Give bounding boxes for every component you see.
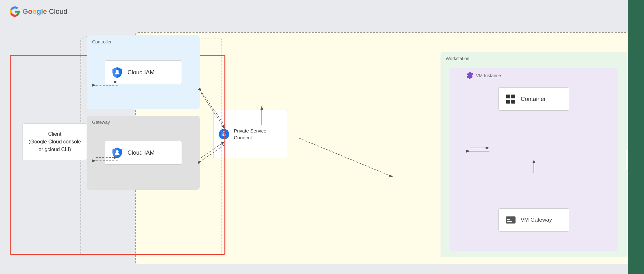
gateway-cloud-iam-label: Cloud IAM [128, 150, 155, 156]
svg-rect-11 [506, 216, 516, 224]
gateway-cloud-iam-node: Cloud IAM [105, 141, 182, 165]
vm-gateway-icon [505, 215, 516, 225]
vm-instance-box: VM Instance Container [450, 68, 618, 251]
container-label: Container [521, 96, 546, 103]
svg-marker-10 [532, 160, 535, 163]
gateway-iam-icon [111, 147, 123, 159]
gateway-label: Gateway [92, 120, 110, 125]
controller-box: Controller Cloud IAM [87, 35, 200, 109]
controller-cloud-iam-label: Cloud IAM [128, 69, 155, 76]
psc-label: Private Service Connect [234, 127, 282, 141]
controller-label: Controller [92, 39, 112, 44]
green-strip [628, 0, 644, 274]
vm-instance-label: VM Instance [466, 72, 501, 79]
page: Google Cloud VPC network [0, 0, 644, 274]
svg-rect-12 [507, 219, 510, 220]
vm-instance-text: VM Instance [476, 73, 501, 78]
up-arrow-icon [531, 160, 537, 173]
workstation-label: Workstation [446, 56, 469, 61]
svg-rect-6 [511, 95, 515, 98]
vm-gateway-node: VM Gateway [498, 208, 569, 232]
container-icon [505, 94, 516, 105]
logo: Google Cloud [10, 6, 67, 17]
svg-rect-8 [511, 100, 515, 104]
gateway-box: Gateway Cloud IAM [87, 116, 200, 190]
svg-rect-5 [506, 95, 510, 98]
logo-text: Google Cloud [23, 7, 67, 16]
up-arrow [531, 160, 537, 174]
client-label: Client(Google Cloud consoleor gcloud CLI… [29, 131, 81, 152]
vm-gateway-label: VM Gateway [521, 217, 552, 223]
vm-instance-icon [466, 72, 473, 79]
svg-rect-13 [507, 221, 512, 222]
diagram: VPC network Private Service Connect [10, 19, 634, 264]
client-node: Client(Google Cloud consoleor gcloud CLI… [23, 123, 87, 160]
google-cloud-logo-icon [10, 6, 20, 17]
controller-cloud-iam-node: Cloud IAM [105, 60, 182, 84]
container-node: Container [498, 87, 569, 111]
svg-rect-7 [506, 100, 510, 104]
controller-iam-icon [111, 67, 123, 78]
workstation-box: Workstation VM Instance [440, 52, 627, 257]
